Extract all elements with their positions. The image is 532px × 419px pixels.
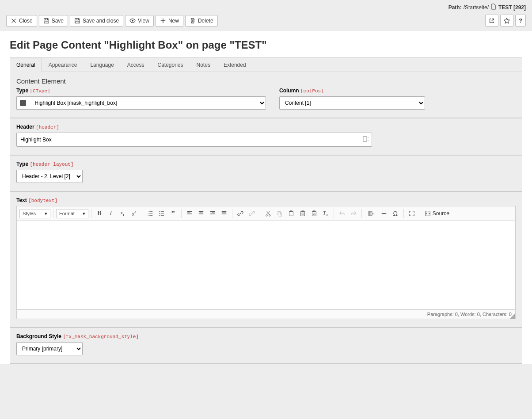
page-icon xyxy=(490,4,497,11)
remove-format-icon[interactable]: T× xyxy=(320,208,331,219)
link-icon[interactable] xyxy=(235,208,246,219)
bookmark-button[interactable] xyxy=(500,15,513,27)
chevron-down-icon: ▾ xyxy=(45,211,47,217)
new-button[interactable]: New xyxy=(156,15,183,27)
close-button[interactable]: Close xyxy=(6,15,37,27)
svg-text:3: 3 xyxy=(148,214,149,217)
tab-notes[interactable]: Notes xyxy=(190,58,217,72)
header-input[interactable] xyxy=(16,133,372,147)
svg-point-6 xyxy=(159,213,160,214)
rte-editor: Styles▾ Format▾ B I x₂ x² 123 ” xyxy=(16,206,516,319)
view-button[interactable]: View xyxy=(125,15,154,27)
page-title: Edit Page Content "Highlight Box" on pag… xyxy=(0,31,532,57)
rte-format-combo[interactable]: Format▾ xyxy=(56,209,88,218)
path-link[interactable]: /Startseite/ xyxy=(464,4,489,11)
bg-style-select[interactable]: Primary [primary] xyxy=(16,342,83,355)
bg-style-label: Background Style [tx_mask_background_sty… xyxy=(16,333,516,339)
table-icon[interactable] xyxy=(365,208,378,219)
horizontal-rule-icon[interactable] xyxy=(379,208,389,219)
tab-general[interactable]: General xyxy=(10,58,42,72)
ordered-list-icon[interactable]: 123 xyxy=(145,208,156,219)
open-new-window-button[interactable] xyxy=(485,15,498,27)
unordered-list-icon[interactable] xyxy=(156,208,167,219)
save-button[interactable]: Save xyxy=(39,15,68,27)
svg-rect-14 xyxy=(300,212,304,216)
section-title-content-element: Content Element xyxy=(16,77,516,85)
ctype-label: Type [CType] xyxy=(16,88,266,94)
blockquote-icon[interactable]: ” xyxy=(168,208,179,219)
subscript-icon[interactable]: x₂ xyxy=(117,208,128,219)
rte-textarea[interactable] xyxy=(17,221,515,309)
paste-word-icon[interactable]: W xyxy=(309,208,319,219)
superscript-icon[interactable]: x² xyxy=(129,208,139,219)
breadcrumb-bar: Path: /Startseite/ TEST [292] xyxy=(0,0,532,13)
svg-text:W: W xyxy=(313,213,315,216)
source-button[interactable]: Source xyxy=(423,210,451,217)
maximize-icon[interactable] xyxy=(407,208,417,219)
path-label: Path: xyxy=(448,4,462,11)
bold-icon[interactable]: B xyxy=(94,208,105,219)
tab-bar: General Appearance Language Access Categ… xyxy=(10,57,522,72)
align-center-icon[interactable] xyxy=(196,208,206,219)
colpos-label: Column [colPos] xyxy=(279,88,425,94)
tab-access[interactable]: Access xyxy=(121,58,151,72)
svg-point-7 xyxy=(159,215,160,216)
svg-rect-19 xyxy=(369,212,372,215)
help-button[interactable]: ? xyxy=(515,15,526,27)
svg-point-5 xyxy=(159,211,160,212)
colpos-select[interactable]: Content [1] xyxy=(279,96,425,110)
save-close-button[interactable]: Save and close xyxy=(70,15,123,27)
unlink-icon[interactable] xyxy=(247,208,257,219)
paste-text-icon[interactable] xyxy=(297,208,308,219)
delete-button[interactable]: Delete xyxy=(185,15,218,27)
svg-rect-12 xyxy=(289,212,293,216)
bodytext-label: Text [bodytext] xyxy=(16,197,516,203)
tab-appearance[interactable]: Appearance xyxy=(42,58,84,72)
align-right-icon[interactable] xyxy=(207,208,218,219)
tab-language[interactable]: Language xyxy=(84,58,120,72)
page-name: TEST [292] xyxy=(498,4,526,11)
svg-point-0 xyxy=(132,20,133,22)
svg-rect-1 xyxy=(363,137,367,142)
special-char-icon[interactable]: Ω xyxy=(390,208,401,219)
header-layout-label: Type [header_layout] xyxy=(16,161,516,167)
tab-categories[interactable]: Categories xyxy=(151,58,190,72)
italic-icon[interactable]: I xyxy=(106,208,116,219)
copy-icon[interactable] xyxy=(274,208,285,219)
input-hint-icon xyxy=(362,136,369,144)
undo-icon[interactable] xyxy=(337,208,347,219)
redo-icon[interactable] xyxy=(348,208,359,219)
tab-extended[interactable]: Extended xyxy=(217,58,253,72)
chevron-down-icon: ▾ xyxy=(83,211,85,217)
resize-handle-icon[interactable] xyxy=(510,313,515,319)
rte-styles-combo[interactable]: Styles▾ xyxy=(19,209,50,218)
align-left-icon[interactable] xyxy=(184,208,195,219)
ctype-select[interactable]: Highlight Box [mask_highlight_box] xyxy=(29,96,266,110)
rte-toolbar: Styles▾ Format▾ B I x₂ x² 123 ” xyxy=(17,206,515,221)
cut-icon[interactable] xyxy=(263,208,274,219)
header-label: Header [header] xyxy=(16,124,516,130)
paste-icon[interactable] xyxy=(286,208,296,219)
ctype-icon xyxy=(16,96,29,110)
rte-status: Paragraphs: 0, Words: 0, Characters: 0 xyxy=(17,309,515,319)
header-layout-select[interactable]: Header - 2. Level [2] xyxy=(16,170,83,183)
action-toolbar: Close Save Save and close View New Delet… xyxy=(0,13,532,31)
align-justify-icon[interactable] xyxy=(219,208,229,219)
